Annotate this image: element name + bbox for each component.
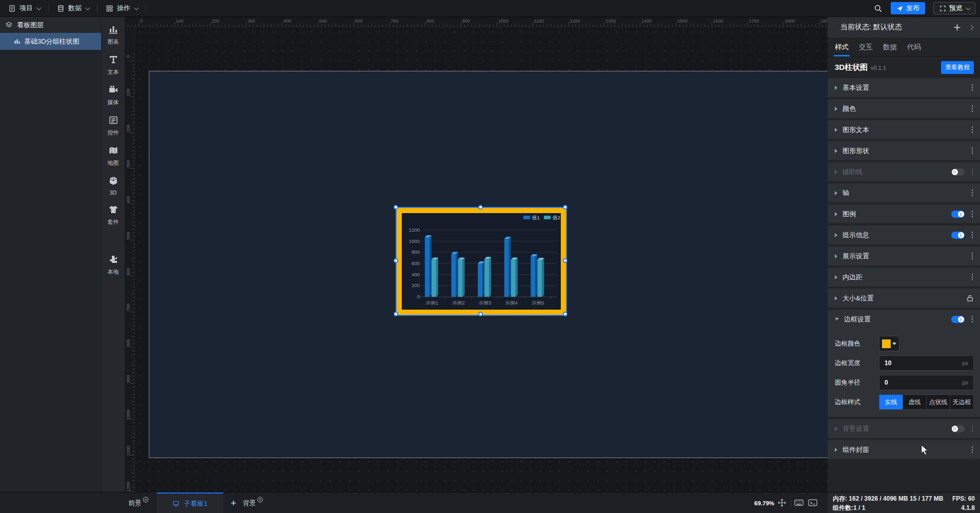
toggle-on[interactable]: | bbox=[951, 232, 965, 239]
section-基本设置[interactable]: 基本设置 bbox=[828, 78, 980, 97]
menu-actions-label: 操作 bbox=[117, 4, 130, 13]
inspector-tab-交互[interactable]: 交互 bbox=[859, 43, 873, 56]
menu-data[interactable]: 数据 bbox=[49, 0, 97, 16]
toolbox-item-本地[interactable]: 本地 bbox=[108, 254, 119, 276]
menu-project[interactable]: 项目 bbox=[0, 0, 48, 16]
layer-item-3d-bar-chart[interactable]: 基础3D分组柱状图 bbox=[0, 33, 101, 50]
section-menu-icon[interactable] bbox=[971, 187, 974, 198]
top-menu-bar: 项目 数据 操作 发布 预览 bbox=[0, 0, 980, 17]
resize-handle[interactable] bbox=[394, 312, 398, 316]
section-图形形状[interactable]: 图形形状 bbox=[828, 141, 980, 160]
section-menu-icon[interactable] bbox=[971, 124, 974, 135]
toolbox-item-控件[interactable]: 控件 bbox=[108, 115, 119, 137]
arrow-right-icon bbox=[835, 191, 837, 195]
memory-value: 162 / 3926 / 4096 MB 15 / 177 MB bbox=[849, 495, 943, 502]
foreground-tab[interactable]: 前景 bbox=[128, 492, 149, 513]
toolbox-item-图表[interactable]: 图表 bbox=[108, 24, 119, 46]
arrow-right-icon bbox=[835, 86, 837, 90]
text-icon bbox=[108, 54, 119, 67]
border-style-虚线[interactable]: 虚线 bbox=[903, 395, 927, 409]
add-board-button[interactable]: + bbox=[227, 492, 240, 513]
border-settings-fields: 边框颜色 边框宽度 10 px 圆角半径 0 px bbox=[828, 331, 980, 417]
lock-icon[interactable] bbox=[966, 294, 974, 302]
border-style-实线[interactable]: 实线 bbox=[879, 395, 903, 409]
toggle-on[interactable]: | bbox=[951, 211, 965, 218]
doc-icon bbox=[8, 5, 16, 12]
toggle-off[interactable]: O bbox=[951, 425, 965, 432]
add-background-icon[interactable] bbox=[257, 497, 263, 503]
board-tab-label: 子看板1 bbox=[184, 499, 207, 508]
mouse-cursor bbox=[921, 445, 929, 455]
border-width-label: 边框宽度 bbox=[835, 359, 879, 368]
section-组件封面[interactable]: 组件封面 bbox=[828, 440, 980, 459]
border-color-picker[interactable] bbox=[879, 336, 899, 351]
inspector-sections: 基本设置颜色图形文本图形形状辅助线O轴图例|提示信息|展示设置内边距大小&位置 bbox=[828, 78, 980, 308]
toolbox-item-3D[interactable]: 3D bbox=[108, 176, 119, 196]
section-颜色[interactable]: 颜色 bbox=[828, 99, 980, 118]
resize-handle[interactable] bbox=[478, 205, 483, 210]
section-menu-icon[interactable] bbox=[971, 423, 974, 434]
resize-handle[interactable] bbox=[563, 258, 567, 263]
toolbox-item-套件[interactable]: 套件 bbox=[108, 204, 119, 226]
menu-actions[interactable]: 操作 bbox=[97, 0, 146, 16]
section-menu-icon[interactable] bbox=[971, 82, 974, 93]
search-icon[interactable] bbox=[874, 4, 883, 13]
inspector-tab-代码[interactable]: 代码 bbox=[907, 43, 921, 56]
section-menu-icon[interactable] bbox=[971, 444, 974, 455]
bar-chart-icon bbox=[14, 38, 21, 45]
keyboard-shortcuts-icon[interactable] bbox=[794, 499, 803, 507]
board-tab-active[interactable]: 子看板1 bbox=[156, 492, 223, 513]
section-辅助线[interactable]: 辅助线O bbox=[828, 162, 980, 181]
tutorial-button[interactable]: 查看教程 bbox=[941, 61, 974, 74]
preview-button[interactable]: 预览 bbox=[933, 2, 975, 14]
toolbox-item-媒体[interactable]: 媒体 bbox=[108, 85, 119, 106]
horizontal-ruler: 0100200300400500600700800900100011001200… bbox=[125, 17, 828, 27]
publish-button[interactable]: 发布 bbox=[891, 2, 925, 14]
resize-handle[interactable] bbox=[478, 312, 483, 316]
vertical-ruler: 0100200300400500600700800900100011001200 bbox=[125, 27, 135, 492]
resize-handle[interactable] bbox=[563, 205, 567, 210]
section-menu-icon[interactable] bbox=[971, 272, 974, 282]
section-图例[interactable]: 图例| bbox=[828, 204, 980, 223]
grid-icon bbox=[106, 5, 113, 12]
border-width-input[interactable]: 10 px bbox=[879, 355, 974, 371]
fps-label: FPS: bbox=[952, 495, 966, 502]
toggle-off[interactable]: O bbox=[951, 168, 965, 176]
console-icon[interactable] bbox=[808, 499, 817, 507]
corner-radius-input[interactable]: 0 px bbox=[879, 375, 974, 390]
border-style-点状线[interactable]: 点状线 bbox=[927, 395, 950, 409]
section-menu-icon[interactable] bbox=[971, 103, 974, 114]
section-图形文本[interactable]: 图形文本 bbox=[828, 120, 980, 139]
section-轴[interactable]: 轴 bbox=[828, 183, 980, 202]
inspector-tab-样式[interactable]: 样式 bbox=[835, 43, 849, 56]
section-内边距[interactable]: 内边距 bbox=[828, 268, 980, 287]
section-menu-icon[interactable] bbox=[971, 208, 974, 219]
section-大小&位置[interactable]: 大小&位置 bbox=[828, 289, 980, 308]
zoom-level[interactable]: 69.79% bbox=[754, 492, 774, 513]
resize-handle[interactable] bbox=[563, 312, 567, 316]
background-tab[interactable]: 背景 bbox=[243, 492, 263, 513]
add-state-icon[interactable] bbox=[953, 24, 961, 31]
add-foreground-icon[interactable] bbox=[143, 497, 149, 503]
section-边框设置[interactable]: 边框设置| bbox=[828, 310, 980, 329]
layers-panel-title: 看板图层 bbox=[17, 21, 44, 30]
section-menu-icon[interactable] bbox=[971, 145, 974, 156]
section-menu-icon[interactable] bbox=[971, 314, 974, 325]
expand-states-icon[interactable] bbox=[969, 25, 974, 30]
section-展示设置[interactable]: 展示设置 bbox=[828, 246, 980, 265]
toolbox-item-地图[interactable]: 地图 bbox=[108, 145, 119, 167]
section-menu-icon[interactable] bbox=[971, 251, 974, 261]
section-背景设置[interactable]: 背景设置O bbox=[828, 419, 980, 438]
section-提示信息[interactable]: 提示信息| bbox=[828, 225, 980, 244]
resize-handle[interactable] bbox=[394, 258, 398, 263]
arrow-right-icon bbox=[835, 448, 837, 452]
section-menu-icon[interactable] bbox=[971, 230, 974, 240]
section-menu-icon[interactable] bbox=[971, 166, 974, 177]
resize-handle[interactable] bbox=[394, 205, 398, 210]
inspector-tab-数据[interactable]: 数据 bbox=[883, 43, 897, 56]
selected-chart-component[interactable]: 020040060080010001200示例1示例2示例3示例4示例5值1值2 bbox=[397, 208, 566, 315]
toggle-on[interactable]: | bbox=[951, 316, 965, 323]
toolbox-item-文本[interactable]: 文本 bbox=[108, 54, 119, 76]
fit-screen-icon[interactable] bbox=[777, 499, 787, 507]
border-style-无边框[interactable]: 无边框 bbox=[950, 395, 973, 409]
